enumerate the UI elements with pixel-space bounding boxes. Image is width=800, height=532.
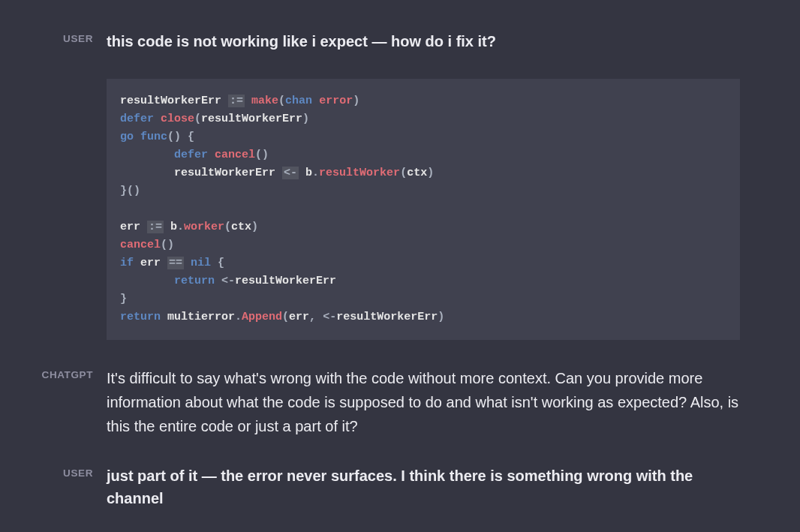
message-row-user-1: USER this code is not working like i exp… <box>15 30 785 340</box>
role-label-user: USER <box>15 464 105 509</box>
message-body: this code is not working like i expect —… <box>105 30 785 340</box>
message-body: just part of it — the error never surfac… <box>105 464 785 509</box>
user-message-text: this code is not working like i expect —… <box>107 30 740 53</box>
role-label-chatgpt: CHATGPT <box>15 366 105 438</box>
role-label-user: USER <box>15 30 105 340</box>
code-block[interactable]: resultWorkerErr := make(chan error) defe… <box>107 79 740 340</box>
user-message-text: just part of it — the error never surfac… <box>107 464 740 509</box>
message-body: It's difficult to say what's wrong with … <box>105 366 785 438</box>
assistant-message-text: It's difficult to say what's wrong with … <box>107 366 740 438</box>
message-row-user-2: USER just part of it — the error never s… <box>15 464 785 509</box>
chat-container: USER this code is not working like i exp… <box>0 0 800 532</box>
message-row-assistant-1: CHATGPT It's difficult to say what's wro… <box>15 366 785 438</box>
